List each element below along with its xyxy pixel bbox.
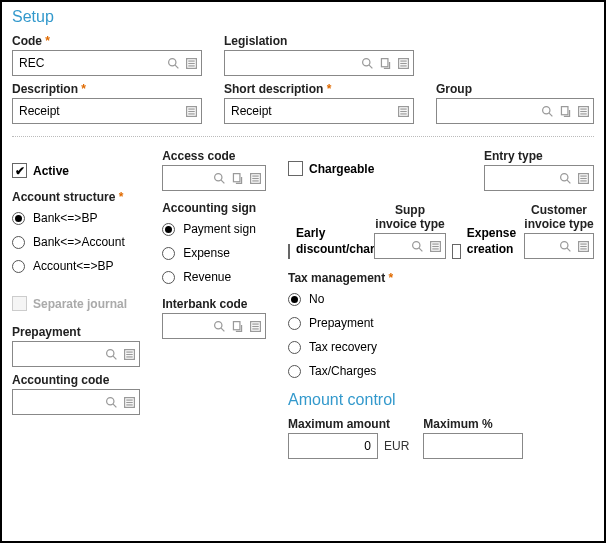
label-entry-type: Entry type — [484, 149, 594, 163]
check-icon — [12, 163, 27, 178]
radio-bank-bp[interactable]: Bank<=>BP — [12, 211, 140, 225]
label-accounting-sign: Accounting sign — [162, 201, 266, 215]
chargeable-checkbox[interactable]: Chargeable — [288, 161, 462, 176]
radio-account-bp[interactable]: Account<=>BP — [12, 259, 140, 273]
radio-tax-recovery[interactable]: Tax recovery — [288, 340, 594, 354]
search-icon[interactable] — [557, 170, 573, 186]
search-icon[interactable] — [103, 346, 119, 362]
label-max-amount: Maximum amount — [288, 417, 409, 431]
list-icon[interactable] — [247, 170, 263, 186]
search-icon[interactable] — [557, 238, 573, 254]
max-pct-input[interactable] — [423, 433, 523, 459]
svg-line-67 — [567, 248, 570, 251]
currency-unit: EUR — [384, 433, 409, 459]
svg-point-34 — [106, 397, 113, 404]
radio-bank-account[interactable]: Bank<=>Account — [12, 235, 140, 249]
label-customer-invoice-type: Customer invoice type — [524, 203, 594, 231]
svg-line-7 — [369, 65, 372, 68]
svg-point-60 — [412, 241, 419, 248]
svg-point-6 — [362, 58, 369, 65]
svg-rect-49 — [233, 321, 240, 329]
radio-revenue[interactable]: Revenue — [162, 270, 266, 284]
svg-rect-42 — [233, 173, 240, 181]
radio-expense[interactable]: Expense — [162, 246, 266, 260]
svg-line-1 — [175, 65, 178, 68]
list-icon[interactable] — [575, 238, 591, 254]
svg-rect-8 — [381, 58, 388, 66]
list-icon[interactable] — [121, 394, 137, 410]
early-discount-checkbox[interactable]: Early discount/charge — [288, 226, 368, 259]
radio-tax-no[interactable]: No — [288, 292, 594, 306]
section-setup: Setup — [12, 8, 594, 26]
list-icon[interactable] — [183, 103, 199, 119]
list-icon[interactable] — [395, 55, 411, 71]
list-icon[interactable] — [183, 55, 199, 71]
search-icon[interactable] — [409, 238, 425, 254]
svg-point-28 — [106, 349, 113, 356]
action-icon[interactable] — [229, 170, 245, 186]
expense-creation-checkbox[interactable]: Expense creation — [452, 226, 518, 259]
svg-line-48 — [221, 328, 224, 331]
svg-line-22 — [549, 113, 552, 116]
label-supp-invoice-type: Supp invoice type — [374, 203, 446, 231]
svg-point-0 — [168, 58, 175, 65]
svg-point-66 — [560, 241, 567, 248]
svg-line-41 — [221, 180, 224, 183]
action-icon[interactable] — [229, 318, 245, 334]
svg-line-55 — [567, 180, 570, 183]
description-input[interactable] — [12, 98, 202, 124]
list-icon[interactable] — [121, 346, 137, 362]
label-legislation: Legislation — [224, 34, 414, 48]
separate-journal-checkbox: Separate journal — [12, 296, 140, 311]
svg-point-21 — [542, 106, 549, 113]
search-icon[interactable] — [211, 170, 227, 186]
action-icon[interactable] — [557, 103, 573, 119]
svg-line-35 — [113, 404, 116, 407]
action-icon[interactable] — [377, 55, 393, 71]
radio-tax-prepayment[interactable]: Prepayment — [288, 316, 594, 330]
label-group: Group — [436, 82, 594, 96]
label-account-structure: Account structure * — [12, 190, 140, 204]
search-icon[interactable] — [165, 55, 181, 71]
list-icon[interactable] — [395, 103, 411, 119]
radio-payment-sign[interactable]: Payment sign — [162, 222, 266, 236]
search-icon[interactable] — [103, 394, 119, 410]
search-icon[interactable] — [539, 103, 555, 119]
search-icon[interactable] — [211, 318, 227, 334]
active-checkbox[interactable]: Active — [12, 163, 140, 178]
svg-point-47 — [214, 321, 221, 328]
label-prepayment: Prepayment — [12, 325, 140, 339]
list-icon[interactable] — [247, 318, 263, 334]
label-tax-management: Tax management * — [288, 271, 594, 285]
list-icon[interactable] — [575, 170, 591, 186]
label-short-description: Short description * — [224, 82, 414, 96]
svg-point-40 — [214, 173, 221, 180]
list-icon[interactable] — [575, 103, 591, 119]
check-icon — [12, 296, 27, 311]
check-icon — [288, 244, 290, 259]
short-description-input[interactable] — [224, 98, 414, 124]
label-interbank-code: Interbank code — [162, 297, 266, 311]
check-icon — [452, 244, 461, 259]
search-icon[interactable] — [359, 55, 375, 71]
radio-tax-charges[interactable]: Tax/Charges — [288, 364, 594, 378]
check-icon — [288, 161, 303, 176]
max-amount-input[interactable] — [288, 433, 378, 459]
label-accounting-code: Accounting code — [12, 373, 140, 387]
section-amount-control: Amount control — [288, 391, 594, 409]
list-icon[interactable] — [427, 238, 443, 254]
svg-line-29 — [113, 356, 116, 359]
label-max-pct: Maximum % — [423, 417, 523, 431]
svg-point-54 — [560, 173, 567, 180]
svg-rect-23 — [561, 106, 568, 114]
svg-line-61 — [419, 248, 422, 251]
label-description: Description * — [12, 82, 202, 96]
label-access-code: Access code — [162, 149, 266, 163]
label-code: Code * — [12, 34, 202, 48]
